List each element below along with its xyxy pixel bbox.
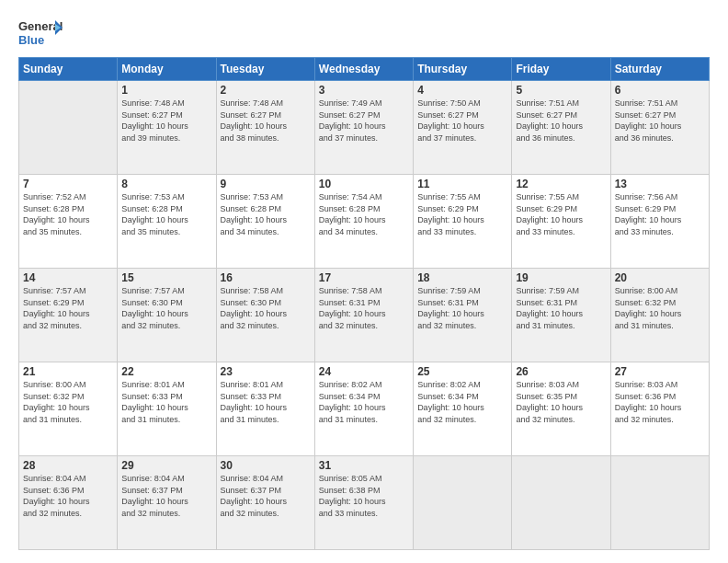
page: General Blue SundayMondayTuesdayWednesda… [0, 0, 728, 563]
day-number: 4 [417, 84, 507, 97]
calendar-week-row: 7Sunrise: 7:52 AM Sunset: 6:28 PM Daylig… [19, 175, 710, 269]
day-number: 30 [221, 459, 311, 472]
calendar-cell: 25Sunrise: 8:02 AM Sunset: 6:34 PM Dayli… [414, 362, 512, 456]
calendar-cell: 18Sunrise: 7:59 AM Sunset: 6:31 PM Dayli… [414, 269, 512, 362]
calendar-table: SundayMondayTuesdayWednesdayThursdayFrid… [18, 57, 710, 550]
calendar-cell [512, 456, 610, 550]
calendar-cell: 27Sunrise: 8:03 AM Sunset: 6:36 PM Dayli… [610, 362, 709, 456]
day-info: Sunrise: 7:53 AM Sunset: 6:28 PM Dayligh… [121, 191, 211, 237]
calendar-cell: 15Sunrise: 7:57 AM Sunset: 6:30 PM Dayli… [118, 269, 216, 362]
calendar-cell: 10Sunrise: 7:54 AM Sunset: 6:28 PM Dayli… [314, 175, 413, 269]
logo: General Blue [18, 17, 63, 50]
calendar-cell: 31Sunrise: 8:05 AM Sunset: 6:38 PM Dayli… [314, 456, 413, 550]
day-number: 21 [23, 365, 113, 378]
day-number: 5 [516, 84, 606, 97]
calendar-cell: 21Sunrise: 8:00 AM Sunset: 6:32 PM Dayli… [19, 362, 118, 456]
day-number: 28 [23, 459, 113, 472]
day-number: 29 [121, 459, 211, 472]
weekday-header: Wednesday [314, 58, 413, 81]
calendar-cell: 29Sunrise: 8:04 AM Sunset: 6:37 PM Dayli… [118, 456, 216, 550]
day-info: Sunrise: 7:53 AM Sunset: 6:28 PM Dayligh… [221, 191, 311, 237]
calendar-cell: 30Sunrise: 8:04 AM Sunset: 6:37 PM Dayli… [216, 456, 314, 550]
day-info: Sunrise: 7:57 AM Sunset: 6:30 PM Dayligh… [121, 285, 211, 331]
weekday-header: Tuesday [216, 58, 314, 81]
day-info: Sunrise: 8:04 AM Sunset: 6:36 PM Dayligh… [23, 473, 113, 519]
calendar-cell: 7Sunrise: 7:52 AM Sunset: 6:28 PM Daylig… [19, 175, 118, 269]
day-info: Sunrise: 7:52 AM Sunset: 6:28 PM Dayligh… [23, 191, 113, 237]
day-number: 7 [23, 178, 113, 190]
calendar-cell: 14Sunrise: 7:57 AM Sunset: 6:29 PM Dayli… [19, 269, 118, 362]
day-number: 17 [319, 271, 409, 284]
day-info: Sunrise: 7:48 AM Sunset: 6:27 PM Dayligh… [221, 98, 311, 144]
calendar-cell [610, 456, 709, 550]
day-info: Sunrise: 7:49 AM Sunset: 6:27 PM Dayligh… [319, 98, 409, 144]
weekday-header: Friday [512, 58, 610, 81]
day-info: Sunrise: 8:01 AM Sunset: 6:33 PM Dayligh… [221, 379, 311, 425]
calendar-cell [19, 81, 118, 175]
day-number: 24 [319, 365, 409, 378]
day-number: 2 [221, 84, 311, 97]
calendar-cell: 16Sunrise: 7:58 AM Sunset: 6:30 PM Dayli… [216, 269, 314, 362]
calendar-cell: 8Sunrise: 7:53 AM Sunset: 6:28 PM Daylig… [118, 175, 216, 269]
day-number: 6 [615, 84, 705, 97]
weekday-header: Monday [118, 58, 216, 81]
calendar-week-row: 14Sunrise: 7:57 AM Sunset: 6:29 PM Dayli… [19, 269, 710, 362]
day-info: Sunrise: 8:02 AM Sunset: 6:34 PM Dayligh… [417, 379, 507, 425]
day-info: Sunrise: 8:00 AM Sunset: 6:32 PM Dayligh… [23, 379, 113, 425]
day-info: Sunrise: 8:05 AM Sunset: 6:38 PM Dayligh… [319, 473, 409, 519]
calendar-cell: 24Sunrise: 8:02 AM Sunset: 6:34 PM Dayli… [314, 362, 413, 456]
calendar-cell: 20Sunrise: 8:00 AM Sunset: 6:32 PM Dayli… [610, 269, 709, 362]
day-info: Sunrise: 7:55 AM Sunset: 6:29 PM Dayligh… [516, 191, 606, 237]
day-info: Sunrise: 7:51 AM Sunset: 6:27 PM Dayligh… [516, 98, 606, 144]
header: General Blue [18, 17, 710, 50]
weekday-header: Saturday [610, 58, 709, 81]
day-number: 13 [615, 178, 705, 190]
day-info: Sunrise: 8:01 AM Sunset: 6:33 PM Dayligh… [121, 379, 211, 425]
day-info: Sunrise: 7:59 AM Sunset: 6:31 PM Dayligh… [516, 285, 606, 331]
weekday-header: Sunday [19, 58, 118, 81]
calendar-cell: 19Sunrise: 7:59 AM Sunset: 6:31 PM Dayli… [512, 269, 610, 362]
calendar-week-row: 28Sunrise: 8:04 AM Sunset: 6:36 PM Dayli… [19, 456, 710, 550]
day-number: 26 [516, 365, 606, 378]
day-number: 15 [121, 271, 211, 284]
day-info: Sunrise: 7:55 AM Sunset: 6:29 PM Dayligh… [417, 191, 507, 237]
day-info: Sunrise: 8:02 AM Sunset: 6:34 PM Dayligh… [319, 379, 409, 425]
day-info: Sunrise: 7:59 AM Sunset: 6:31 PM Dayligh… [417, 285, 507, 331]
calendar-cell: 28Sunrise: 8:04 AM Sunset: 6:36 PM Dayli… [19, 456, 118, 550]
day-info: Sunrise: 8:03 AM Sunset: 6:35 PM Dayligh… [516, 379, 606, 425]
day-number: 8 [121, 178, 211, 190]
day-info: Sunrise: 7:54 AM Sunset: 6:28 PM Dayligh… [319, 191, 409, 237]
calendar-cell: 17Sunrise: 7:58 AM Sunset: 6:31 PM Dayli… [314, 269, 413, 362]
day-number: 19 [516, 271, 606, 284]
day-number: 10 [319, 178, 409, 190]
day-info: Sunrise: 7:50 AM Sunset: 6:27 PM Dayligh… [417, 98, 507, 144]
day-number: 9 [221, 178, 311, 190]
calendar-cell: 2Sunrise: 7:48 AM Sunset: 6:27 PM Daylig… [216, 81, 314, 175]
day-info: Sunrise: 8:00 AM Sunset: 6:32 PM Dayligh… [615, 285, 705, 331]
day-number: 31 [319, 459, 409, 472]
calendar-cell: 11Sunrise: 7:55 AM Sunset: 6:29 PM Dayli… [414, 175, 512, 269]
day-number: 11 [417, 178, 507, 190]
day-info: Sunrise: 8:04 AM Sunset: 6:37 PM Dayligh… [121, 473, 211, 519]
day-info: Sunrise: 7:58 AM Sunset: 6:31 PM Dayligh… [319, 285, 409, 331]
calendar-body: 1Sunrise: 7:48 AM Sunset: 6:27 PM Daylig… [19, 81, 710, 550]
day-number: 12 [516, 178, 606, 190]
calendar-cell: 3Sunrise: 7:49 AM Sunset: 6:27 PM Daylig… [314, 81, 413, 175]
weekday-header: Thursday [414, 58, 512, 81]
day-info: Sunrise: 7:51 AM Sunset: 6:27 PM Dayligh… [615, 98, 705, 144]
calendar-cell: 12Sunrise: 7:55 AM Sunset: 6:29 PM Dayli… [512, 175, 610, 269]
day-number: 27 [615, 365, 705, 378]
day-info: Sunrise: 7:58 AM Sunset: 6:30 PM Dayligh… [221, 285, 311, 331]
calendar-cell: 1Sunrise: 7:48 AM Sunset: 6:27 PM Daylig… [118, 81, 216, 175]
calendar-cell: 22Sunrise: 8:01 AM Sunset: 6:33 PM Dayli… [118, 362, 216, 456]
day-info: Sunrise: 7:56 AM Sunset: 6:29 PM Dayligh… [615, 191, 705, 237]
day-info: Sunrise: 7:57 AM Sunset: 6:29 PM Dayligh… [23, 285, 113, 331]
calendar-cell: 13Sunrise: 7:56 AM Sunset: 6:29 PM Dayli… [610, 175, 709, 269]
calendar-cell [414, 456, 512, 550]
calendar-cell: 23Sunrise: 8:01 AM Sunset: 6:33 PM Dayli… [216, 362, 314, 456]
day-info: Sunrise: 8:04 AM Sunset: 6:37 PM Dayligh… [221, 473, 311, 519]
day-number: 16 [221, 271, 311, 284]
day-number: 1 [121, 84, 211, 97]
day-number: 18 [417, 271, 507, 284]
calendar-week-row: 1Sunrise: 7:48 AM Sunset: 6:27 PM Daylig… [19, 81, 710, 175]
